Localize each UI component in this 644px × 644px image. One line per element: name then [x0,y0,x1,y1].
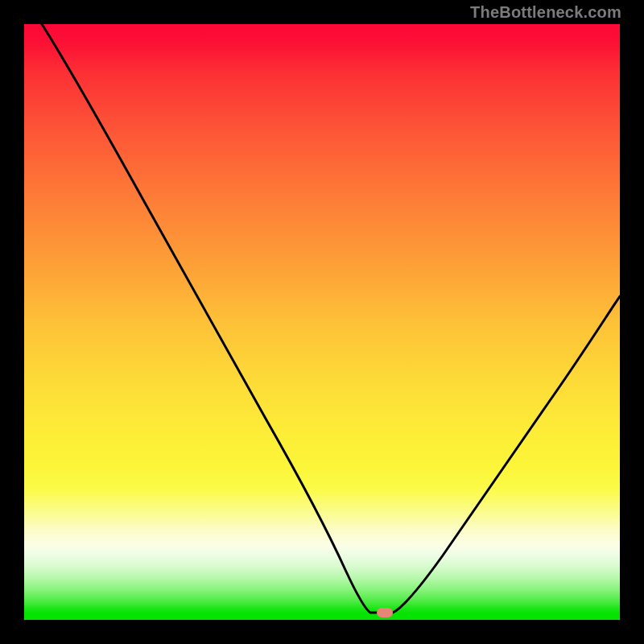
plot-area [24,24,620,620]
chart-frame: TheBottleneck.com [0,0,644,644]
curve-layer [24,24,620,620]
bottleneck-curve [42,24,620,613]
watermark-text: TheBottleneck.com [470,3,621,22]
optimal-marker [377,608,393,617]
